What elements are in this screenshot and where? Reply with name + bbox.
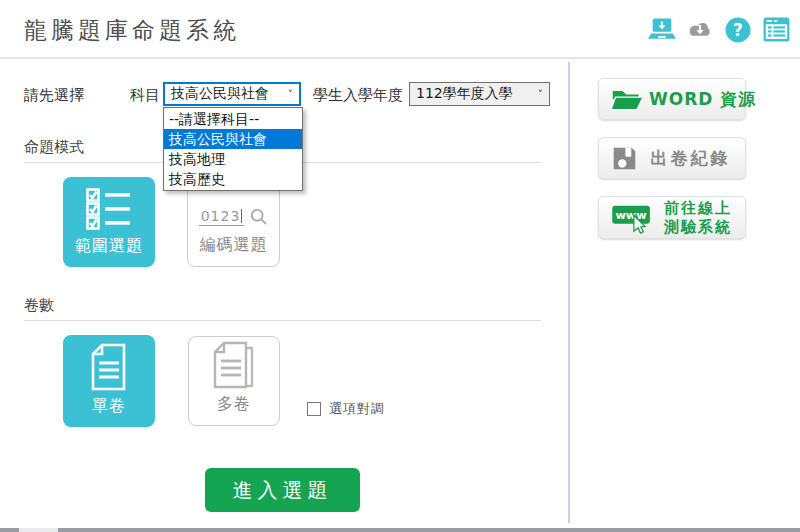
word-resource-label: WORD 資源 — [649, 88, 756, 111]
multi-paper-button[interactable]: 多卷 — [188, 336, 280, 426]
cloud-download-icon[interactable] — [686, 16, 714, 43]
subject-option-history[interactable]: 技高歷史 — [164, 169, 302, 189]
paper-section-title: 卷數 — [24, 296, 54, 315]
checklist-icon — [86, 188, 132, 230]
text-cursor — [241, 209, 242, 223]
vertical-divider — [568, 62, 570, 523]
laptop-download-icon[interactable] — [648, 16, 676, 43]
subject-option-geography[interactable]: 技高地理 — [164, 149, 302, 169]
floppy-disk-icon — [611, 145, 638, 172]
range-select-label: 範圍選題 — [75, 236, 143, 257]
mode-section-title: 命題模式 — [24, 138, 84, 157]
app-window: 龍騰題庫命題系統 — [0, 0, 800, 532]
swap-options-checkbox-row[interactable]: 選項對調 — [307, 400, 385, 418]
swap-options-label: 選項對調 — [329, 400, 385, 418]
chevron-down-icon: ˅ — [288, 88, 294, 101]
single-paper-label: 單卷 — [92, 396, 126, 417]
www-cursor-icon: www — [611, 202, 653, 234]
page-title: 龍騰題庫命題系統 — [24, 15, 240, 46]
range-select-mode-button[interactable]: 範圍選題 — [63, 177, 155, 267]
code-select-label: 編碼選題 — [200, 235, 268, 256]
entry-year-label: 學生入學年度 — [313, 86, 403, 105]
enter-selection-button[interactable]: 進入選題 — [205, 468, 360, 512]
horizontal-scrollbar-left-button[interactable] — [0, 528, 19, 532]
exam-record-button[interactable]: 出卷紀錄 — [598, 137, 746, 179]
header-bar: 龍騰題庫命題系統 — [0, 0, 800, 59]
online-test-system-button[interactable]: www 前往線上 測驗系統 — [598, 196, 746, 239]
chevron-down-icon: ˅ — [538, 88, 544, 101]
folder-open-icon — [611, 86, 643, 112]
multi-paper-label: 多卷 — [217, 394, 251, 415]
subject-select-value: 技高公民與社會 — [171, 85, 269, 103]
svg-text:?: ? — [733, 20, 743, 40]
online-test-system-label: 前往線上 測驗系統 — [659, 199, 737, 237]
online-test-line2: 測驗系統 — [664, 218, 732, 236]
code-search-value: 0123 — [201, 208, 241, 224]
swap-options-checkbox[interactable] — [307, 402, 321, 416]
subject-label: 科目 — [130, 86, 160, 105]
code-search-input[interactable]: 0123 — [199, 208, 245, 226]
svg-text:www: www — [615, 209, 647, 222]
horizontal-scrollbar-thumb[interactable] — [58, 528, 800, 532]
word-resource-button[interactable]: WORD 資源 — [598, 78, 746, 120]
single-paper-button[interactable]: 單卷 — [63, 335, 155, 427]
exam-record-label: 出卷紀錄 — [644, 147, 737, 170]
online-test-line1: 前往線上 — [664, 199, 732, 217]
entry-year-select[interactable]: 112學年度入學 ˅ — [409, 82, 550, 106]
subject-option-civics[interactable]: 技高公民與社會 — [164, 129, 302, 149]
search-icon — [250, 208, 268, 226]
exam-records-window-icon[interactable] — [762, 16, 790, 43]
subject-option-placeholder[interactable]: --請選擇科目-- — [164, 109, 302, 129]
paper-section-divider — [24, 320, 541, 321]
subject-dropdown-list: --請選擇科目-- 技高公民與社會 技高地理 技高歷史 — [163, 107, 303, 191]
select-first-prompt: 請先選擇 — [24, 86, 84, 105]
header-icon-group: ? — [648, 16, 790, 43]
entry-year-select-value: 112學年度入學 — [416, 85, 513, 103]
help-icon[interactable]: ? — [724, 16, 752, 43]
multi-document-icon — [211, 341, 257, 389]
single-document-icon — [89, 343, 129, 391]
subject-select[interactable]: 技高公民與社會 ˅ — [163, 82, 301, 106]
